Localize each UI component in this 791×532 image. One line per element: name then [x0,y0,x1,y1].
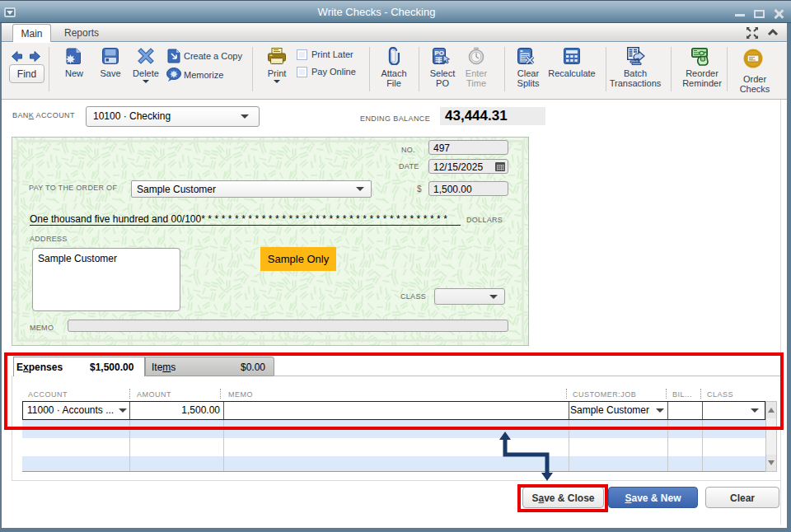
svg-text:PO: PO [435,49,445,57]
